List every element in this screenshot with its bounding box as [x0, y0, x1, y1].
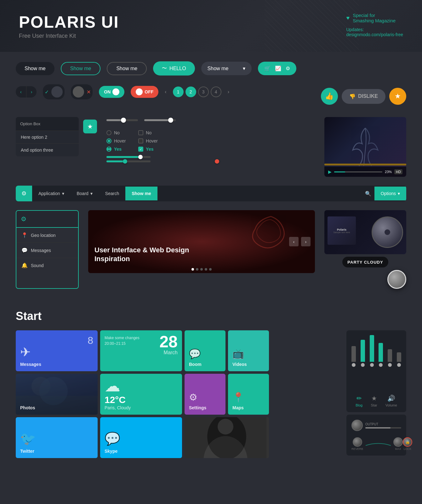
- radio-circle-no-1: [106, 130, 111, 135]
- lock-label: LOCK: [404, 447, 412, 451]
- hello-button[interactable]: 〜 HELLO: [153, 61, 195, 76]
- navbar-application[interactable]: Application ▾: [32, 187, 71, 200]
- max-knob[interactable]: [393, 437, 403, 447]
- geo-location-item[interactable]: 📍 Geo location: [16, 228, 78, 243]
- checkbox-no[interactable]: No: [138, 130, 157, 135]
- lock-knob[interactable]: 🔒: [403, 437, 412, 447]
- eq-knob-3[interactable]: [370, 363, 374, 367]
- play-button[interactable]: ▶: [328, 169, 332, 174]
- tile-skype[interactable]: 💬 Skype: [100, 417, 182, 458]
- special-for: ♥ Special forSmashing Magazine: [346, 13, 403, 23]
- eq-volume[interactable]: 🔊 Volume: [385, 395, 397, 407]
- tile-calendar[interactable]: Make some changes20:00–21:15 28 March: [100, 330, 182, 371]
- range-slider-2[interactable]: [106, 160, 315, 162]
- slider-next-button[interactable]: ›: [301, 237, 311, 246]
- radio-yes-1[interactable]: Yes: [106, 147, 126, 152]
- dial-knob[interactable]: [387, 270, 406, 289]
- nav-next-button[interactable]: ›: [26, 86, 37, 98]
- tile-photos[interactable]: Photos: [16, 374, 98, 415]
- show-me-button-3[interactable]: Show me: [107, 62, 147, 75]
- checkbox-hover[interactable]: Hover: [138, 138, 157, 143]
- star-eq-icon: ★: [371, 395, 377, 402]
- eq-knob-1[interactable]: [352, 363, 356, 367]
- chart-icon: 📈: [275, 65, 281, 71]
- tile-maps[interactable]: 📍 Maps: [228, 374, 269, 415]
- updates-info: Updates: designmodo.com/polaris-free: [346, 27, 403, 37]
- equalizer-panel: ✏ Blog ★ Star 🔊 Volume: [346, 330, 406, 412]
- dislike-button[interactable]: 👎 DISLIKE: [342, 89, 385, 104]
- star-button[interactable]: ★: [389, 88, 406, 105]
- off-switch[interactable]: OFF: [131, 86, 158, 98]
- eq-blog[interactable]: ✏ Blog: [356, 395, 362, 407]
- page-3[interactable]: 3: [198, 87, 209, 97]
- sound-item[interactable]: 🔔 Sound: [16, 258, 78, 273]
- icon-group-button[interactable]: 🛒 📈 ⚙: [258, 62, 296, 75]
- navbar-search[interactable]: Search: [99, 187, 125, 200]
- video-progress-bar[interactable]: [334, 171, 382, 172]
- dropdown-item-hereoption[interactable]: Here option 2: [16, 131, 79, 144]
- tile-messages[interactable]: ✈ 8 Messages: [16, 330, 98, 371]
- messages-label: Messages: [20, 362, 93, 367]
- tile-music[interactable]: Music: [185, 417, 269, 458]
- output-knob[interactable]: [351, 420, 363, 431]
- messages-item[interactable]: 💬 Messages: [16, 243, 78, 258]
- page-next[interactable]: ›: [228, 89, 229, 95]
- eq-knob-2[interactable]: [361, 363, 365, 367]
- chevron-down-icon: ▾: [398, 191, 400, 196]
- location-icon: 📍: [21, 232, 28, 238]
- toggle-circle-1: [51, 86, 63, 98]
- toggle-circle-2: [73, 86, 84, 98]
- eq-bar-col-1: [351, 346, 356, 367]
- dropdown-item-optionbox[interactable]: Option Box: [16, 117, 79, 131]
- radio-groups: No Hover Yes: [106, 130, 315, 152]
- radio-hover-1[interactable]: Hover: [106, 138, 126, 143]
- on-switch[interactable]: ON: [99, 86, 124, 98]
- calendar-date: 28: [159, 333, 178, 350]
- main-content: Show me Show me Show me 〜 HELLO Show me …: [0, 52, 422, 310]
- radio-no-1[interactable]: No: [106, 130, 126, 135]
- checkbox-yes[interactable]: ✓ Yes: [138, 147, 157, 152]
- show-me-button-1[interactable]: Show me: [16, 62, 54, 75]
- starred-button[interactable]: ★: [83, 120, 97, 133]
- show-me-dropdown[interactable]: Show me ▾: [201, 62, 252, 75]
- nav-prev-button[interactable]: ‹: [16, 86, 26, 98]
- tile-settings[interactable]: ⚙ Settings: [185, 374, 225, 415]
- navbar-settings-icon[interactable]: ⚙: [16, 186, 32, 201]
- eq-bar-col-6: [397, 352, 401, 367]
- middle-row: Option Box Here option 2 And option thre…: [16, 117, 406, 177]
- eq-bar-col-3: [370, 335, 374, 367]
- video-preview: ▶ 23% HD: [324, 117, 406, 177]
- album-area: Polaris Sample text here: [324, 210, 406, 254]
- page-2[interactable]: 2: [185, 87, 196, 97]
- navbar-show-me: Show me: [125, 187, 157, 200]
- tile-twitter[interactable]: 🐦 Twitter: [16, 417, 98, 458]
- page-1[interactable]: 1: [173, 87, 184, 97]
- dropdown-item-thirdoption[interactable]: And option three: [16, 144, 79, 156]
- navbar-options[interactable]: Options ▾: [374, 187, 406, 200]
- tile-weather[interactable]: ☁ 12°C Paris, Cloudy: [100, 374, 182, 415]
- search-icon[interactable]: 🔍: [362, 186, 374, 201]
- slider-prev-button[interactable]: ‹: [289, 237, 299, 246]
- reverb-knob[interactable]: [353, 437, 362, 447]
- volume-label: Volume: [385, 403, 397, 407]
- tile-boom[interactable]: 💬 Boom: [185, 330, 225, 371]
- settings-header[interactable]: ⚙: [16, 211, 78, 228]
- range-slider-1[interactable]: [106, 156, 315, 158]
- like-button[interactable]: 👍: [321, 88, 338, 105]
- page-4[interactable]: 4: [211, 87, 221, 97]
- volume-icon: 🔊: [387, 395, 395, 402]
- navbar-board[interactable]: Board ▾: [71, 187, 99, 200]
- slider-1[interactable]: [106, 117, 138, 123]
- eq-bar-1: [351, 346, 356, 362]
- x-toggle: ✕: [71, 84, 93, 99]
- show-me-button-2[interactable]: Show me: [61, 62, 101, 75]
- twitter-label: Twitter: [20, 449, 93, 454]
- max-control: MAX: [393, 437, 403, 451]
- eq-knob-5[interactable]: [388, 363, 392, 367]
- page-prev[interactable]: ‹: [165, 89, 166, 95]
- slider-2[interactable]: [144, 117, 176, 123]
- tile-videos[interactable]: 📺 Videos: [228, 330, 269, 371]
- eq-knob-4[interactable]: [379, 363, 383, 367]
- eq-knob-6[interactable]: [397, 363, 401, 367]
- eq-star[interactable]: ★ Star: [371, 395, 377, 407]
